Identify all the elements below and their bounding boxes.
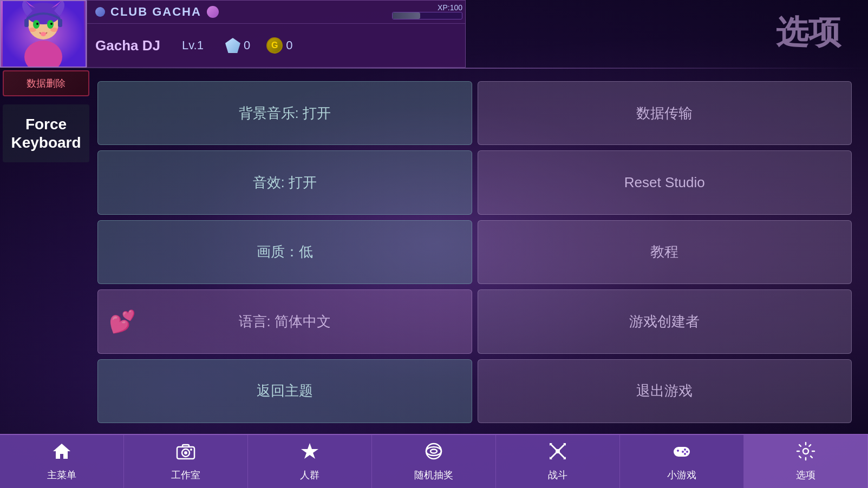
nav-battle-label: 战斗: [548, 469, 567, 482]
nav-studio-label: 工作室: [171, 469, 200, 482]
star-icon: [300, 441, 319, 466]
gacha-icon: [424, 441, 443, 466]
svg-rect-14: [58, 19, 62, 27]
gems-count: 0: [244, 38, 250, 52]
club-bar: CLUB GACHA XP:100: [87, 1, 465, 24]
xp-label: XP:100: [438, 3, 462, 12]
header-separator: [0, 68, 868, 69]
svg-point-22: [430, 450, 437, 453]
quality-button[interactable]: 画质：低: [97, 220, 472, 284]
game-creator-button[interactable]: 游戏创建者: [478, 289, 852, 353]
force-keyboard-button[interactable]: Force Keyboard: [3, 104, 89, 162]
delete-data-button[interactable]: 数据删除: [3, 70, 89, 96]
svg-point-35: [682, 451, 684, 453]
club-icon-left: [95, 7, 105, 17]
svg-rect-13: [24, 19, 29, 27]
nav-battle[interactable]: 战斗: [496, 435, 620, 488]
home-icon: [52, 441, 71, 466]
svg-point-33: [684, 449, 686, 451]
gold-count: 0: [286, 38, 292, 52]
nav-crowd[interactable]: 人群: [248, 435, 372, 488]
svg-point-25: [556, 449, 560, 453]
nav-gacha-label: 随机抽奖: [414, 469, 453, 482]
svg-marker-19: [301, 443, 318, 459]
gems-box: 0: [225, 38, 250, 53]
bg-music-button[interactable]: 背景音乐: 打开: [97, 81, 472, 145]
nav-minigame[interactable]: 小游戏: [620, 435, 744, 488]
level-display: Lv.1: [182, 38, 204, 52]
svg-point-9: [50, 23, 53, 25]
nav-gacha[interactable]: 随机抽奖: [372, 435, 496, 488]
svg-point-21: [426, 444, 441, 459]
svg-point-8: [36, 23, 38, 25]
svg-point-7: [47, 20, 54, 29]
nav-main-menu-label: 主菜单: [47, 469, 76, 482]
stats-bar: Gacha DJ Lv.1 0 G 0: [87, 24, 465, 67]
gold-icon: G: [266, 37, 283, 54]
svg-point-6: [33, 20, 40, 29]
nav-studio[interactable]: 工作室: [124, 435, 248, 488]
nav-crowd-label: 人群: [300, 469, 319, 482]
nav-options[interactable]: 选项: [744, 435, 868, 488]
xp-fill: [393, 12, 420, 19]
gem-icon: [225, 38, 240, 53]
svg-point-11: [50, 28, 58, 32]
player-info: CLUB GACHA XP:100 Gacha DJ Lv.1 0 G 0: [87, 0, 466, 68]
return-main-button[interactable]: 返回主题: [97, 359, 472, 423]
svg-point-34: [686, 451, 688, 453]
camera-icon: [176, 441, 195, 466]
nav-minigame-label: 小游戏: [667, 469, 696, 482]
language-button[interactable]: 💕 语言: 简体中文: [97, 289, 472, 353]
settings-icon: [796, 441, 815, 466]
svg-point-37: [803, 449, 808, 454]
battle-icon: [548, 441, 567, 466]
tutorial-button[interactable]: 教程: [478, 220, 852, 284]
nav-main-menu[interactable]: 主菜单: [0, 435, 124, 488]
sidebar: 数据删除 Force Keyboard: [0, 68, 92, 434]
xp-bar: [392, 12, 462, 19]
player-name: Gacha DJ: [95, 37, 160, 54]
club-name: CLUB GACHA: [110, 5, 201, 19]
svg-point-17: [184, 451, 187, 454]
svg-point-12: [41, 32, 46, 36]
sfx-button[interactable]: 音效: 打开: [97, 150, 472, 214]
gold-box: G 0: [266, 37, 292, 54]
page-title: 选项: [776, 11, 841, 55]
xp-section: XP:100: [392, 3, 462, 19]
svg-point-10: [29, 28, 36, 32]
nav-options-label: 选项: [796, 469, 815, 482]
header: CLUB GACHA XP:100 Gacha DJ Lv.1 0 G 0 选项: [0, 0, 868, 68]
main-content: 背景音乐: 打开 数据传输 音效: 打开 Reset Studio 画质：低 教…: [92, 76, 857, 428]
exit-game-button[interactable]: 退出游戏: [478, 359, 852, 423]
svg-point-20: [426, 447, 441, 456]
data-transfer-button[interactable]: 数据传输: [478, 81, 852, 145]
avatar-container: [0, 0, 87, 68]
svg-point-36: [684, 453, 686, 455]
gamepad-icon: [672, 441, 691, 466]
avatar: [1, 1, 86, 67]
bottom-nav: 主菜单 工作室 人群 随机抽奖: [0, 434, 868, 488]
heart-icon: 💕: [109, 309, 136, 334]
club-icon-right: [207, 6, 219, 18]
svg-point-18: [190, 449, 192, 451]
reset-studio-button[interactable]: Reset Studio: [478, 150, 852, 214]
